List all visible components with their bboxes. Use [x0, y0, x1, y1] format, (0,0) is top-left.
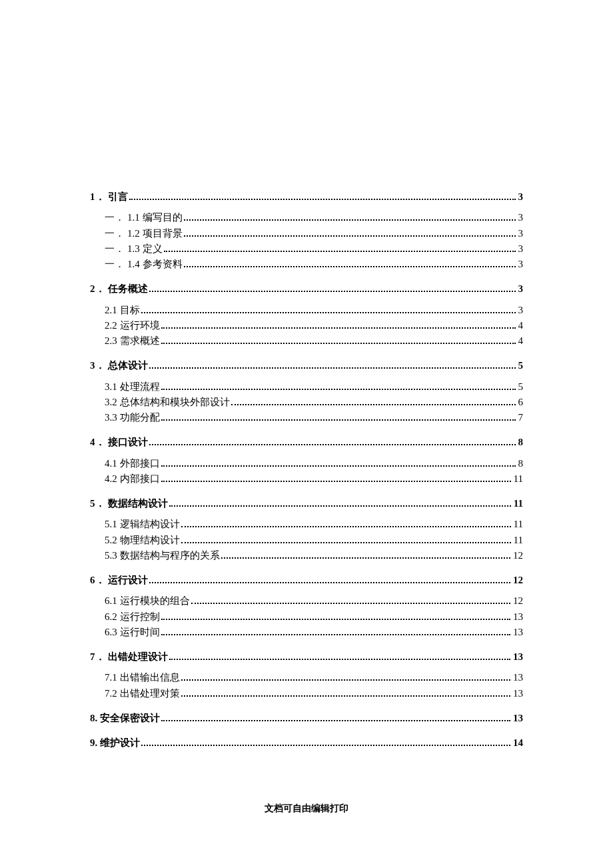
toc-entry-title: 3.3 功能分配: [105, 410, 160, 425]
toc-entry[interactable]: 5.2 物理结构设计11: [90, 533, 523, 548]
toc-entry[interactable]: 3.2 总体结构和模块外部设计6: [90, 395, 523, 410]
toc-leader-dots: [141, 307, 516, 313]
toc-entry-prefix: 一．: [105, 241, 127, 257]
toc-entry[interactable]: 6.3 运行时间13: [90, 625, 523, 640]
toc-entry-prefix: 一．: [105, 257, 127, 272]
toc-leader-dots: [161, 715, 510, 721]
toc-entry[interactable]: 6．运行设计12: [90, 573, 523, 588]
toc-entry-page: 13: [512, 670, 523, 685]
toc-entry[interactable]: 一．1.3 定义3: [90, 241, 523, 257]
toc-entry[interactable]: 2.3 需求概述4: [90, 333, 523, 349]
toc-entry-title: 3.2 总体结构和模块外部设计: [105, 395, 230, 410]
toc-entry[interactable]: 8.安全保密设计13: [90, 711, 523, 726]
toc-entry-prefix: 1．: [90, 189, 108, 205]
toc-entry-page: 8: [517, 435, 524, 450]
toc-entry-page: 5: [517, 358, 524, 373]
toc-entry-title: 数据结构设计: [108, 496, 168, 511]
toc-entry[interactable]: 7.1 出错输出信息13: [90, 670, 523, 685]
toc-entry[interactable]: 5.1 逻辑结构设计11: [90, 517, 523, 532]
toc-entry[interactable]: 9.维护设计14: [90, 735, 523, 751]
toc-entry-page: 11: [512, 533, 523, 548]
toc-entry-title: 6.3 运行时间: [105, 625, 160, 640]
toc-leader-dots: [161, 613, 511, 620]
toc-entry-prefix: 5．: [90, 496, 108, 511]
toc-entry-page: 13: [512, 609, 523, 625]
table-of-contents: 1．引言3一．1.1 编写目的3一．1.2 项目背景3一．1.3 定义3一．1.…: [90, 189, 523, 751]
toc-entry-page: 7: [517, 410, 524, 425]
toc-entry-page: 3: [517, 210, 524, 225]
toc-entry-page: 6: [517, 395, 524, 410]
toc-leader-dots: [149, 286, 516, 293]
toc-entry[interactable]: 6.2 运行控制13: [90, 609, 523, 625]
toc-entry-page: 13: [512, 625, 523, 640]
toc-entry[interactable]: 7.2 出错处理对策13: [90, 686, 523, 701]
toc-entry-title: 6.1 运行模块的组合: [105, 593, 190, 609]
toc-entry-title: 接口设计: [108, 435, 148, 450]
toc-leader-dots: [164, 245, 516, 252]
toc-entry-page: 4: [517, 333, 524, 349]
toc-entry-title: 3.1 处理流程: [105, 379, 160, 395]
toc-entry[interactable]: 一．1.1 编写目的3: [90, 210, 523, 225]
toc-entry-page: 3: [517, 303, 524, 318]
toc-entry-prefix: 6．: [90, 573, 108, 588]
toc-entry-title: 6.2 运行控制: [105, 609, 160, 625]
toc-entry-page: 3: [517, 257, 524, 272]
toc-leader-dots: [231, 399, 516, 405]
toc-entry-title: 1.1 编写目的: [127, 210, 183, 225]
toc-entry-title: 运行设计: [108, 573, 148, 588]
toc-entry-title: 维护设计: [100, 735, 140, 751]
toc-entry[interactable]: 3.1 处理流程5: [90, 379, 523, 395]
toc-entry-page: 3: [517, 241, 524, 257]
toc-entry[interactable]: 5.3 数据结构与程序的关系12: [90, 548, 523, 563]
toc-leader-dots: [161, 383, 516, 390]
toc-entry-title: 1.2 项目背景: [127, 226, 183, 241]
toc-leader-dots: [161, 475, 511, 482]
toc-entry-title: 7.2 出错处理对策: [105, 686, 180, 701]
document-page: 1．引言3一．1.1 编写目的3一．1.2 项目背景3一．1.3 定义3一．1.…: [0, 0, 613, 868]
toc-leader-dots: [221, 552, 511, 559]
toc-leader-dots: [191, 598, 511, 605]
toc-entry-title: 总体设计: [108, 358, 148, 373]
toc-entry-prefix: 2．: [90, 281, 108, 297]
toc-entry[interactable]: 一．1.2 项目背景3: [90, 226, 523, 241]
toc-entry-title: 安全保密设计: [100, 711, 160, 726]
toc-entry[interactable]: 4.1 外部接口8: [90, 456, 523, 471]
toc-leader-dots: [129, 194, 516, 201]
toc-entry-title: 1.4 参考资料: [127, 257, 183, 272]
toc-entry-title: 出错处理设计: [108, 649, 168, 665]
toc-entry-prefix: 8.: [90, 711, 100, 726]
toc-entry[interactable]: 4．接口设计8: [90, 435, 523, 450]
toc-entry[interactable]: 4.2 内部接口11: [90, 471, 523, 487]
toc-leader-dots: [149, 363, 516, 369]
toc-leader-dots: [149, 577, 511, 584]
toc-entry[interactable]: 1．引言3: [90, 189, 523, 205]
toc-entry-title: 5.3 数据结构与程序的关系: [105, 548, 220, 563]
toc-entry[interactable]: 3．总体设计5: [90, 358, 523, 373]
toc-entry-page: 13: [512, 686, 523, 701]
toc-entry[interactable]: 2.2 运行环境4: [90, 318, 523, 333]
toc-entry[interactable]: 2.1 目标3: [90, 303, 523, 318]
toc-entry[interactable]: 一．1.4 参考资料3: [90, 257, 523, 272]
toc-entry-prefix: 9.: [90, 735, 100, 751]
toc-entry[interactable]: 6.1 运行模块的组合12: [90, 593, 523, 609]
toc-entry-prefix: 一．: [105, 210, 127, 225]
toc-entry-prefix: 一．: [105, 226, 127, 241]
toc-entry[interactable]: 3.3 功能分配7: [90, 410, 523, 425]
page-footer: 文档可自由编辑打印: [0, 803, 613, 815]
toc-leader-dots: [161, 460, 516, 467]
toc-entry[interactable]: 7．出错处理设计13: [90, 649, 523, 665]
toc-leader-dots: [161, 415, 516, 421]
toc-leader-dots: [184, 261, 516, 268]
toc-entry-prefix: 3．: [90, 358, 108, 373]
toc-entry[interactable]: 2．任务概述3: [90, 281, 523, 297]
toc-leader-dots: [181, 521, 511, 528]
toc-leader-dots: [181, 537, 511, 543]
toc-entry-page: 3: [517, 226, 524, 241]
toc-leader-dots: [169, 501, 511, 507]
toc-entry[interactable]: 5．数据结构设计11: [90, 496, 523, 511]
toc-leader-dots: [149, 439, 516, 446]
toc-entry-title: 5.1 逻辑结构设计: [105, 517, 180, 532]
toc-entry-title: 2.1 目标: [105, 303, 140, 318]
toc-entry-page: 12: [512, 548, 523, 563]
toc-entry-title: 5.2 物理结构设计: [105, 533, 180, 548]
